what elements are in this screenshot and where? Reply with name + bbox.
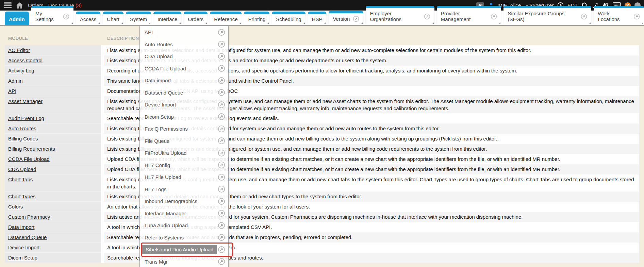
- menu-item-label: HL7 Logs: [145, 186, 218, 192]
- external-link-icon[interactable]: [218, 173, 225, 181]
- external-link-icon: [63, 13, 69, 20]
- menu-item-hl7-file-upload[interactable]: HL7 File Upload: [140, 171, 228, 183]
- table-row: Dicom Setup Searchable report (advanced)…: [5, 253, 639, 263]
- tab-interface[interactable]: Interface: [153, 12, 181, 25]
- module-link[interactable]: Dicom Setup: [8, 254, 37, 261]
- table-row: Billing Requirements Lists existing bill…: [5, 144, 639, 154]
- tab-label: Orders: [188, 16, 203, 22]
- external-link-icon[interactable]: [218, 113, 225, 120]
- tab-hsp[interactable]: HSP: [308, 12, 327, 25]
- module-link[interactable]: Admin: [8, 77, 23, 84]
- module-link[interactable]: Access Control: [8, 57, 43, 64]
- external-link-icon[interactable]: [218, 234, 225, 241]
- tab-label: Reference: [214, 16, 237, 22]
- menu-item-label: Trans Mgr: [145, 259, 218, 265]
- menu-item-api[interactable]: API: [140, 26, 228, 38]
- tab-orders[interactable]: Orders: [184, 12, 208, 25]
- module-link[interactable]: Audit Event Log: [8, 115, 44, 122]
- menu-item-fax-q-permissions[interactable]: Fax Q Permissions: [140, 123, 228, 135]
- menu-item-datasend-queue[interactable]: Datasend Queue: [140, 87, 228, 99]
- external-link-icon[interactable]: [218, 40, 225, 48]
- menu-item-luna-audio-upload[interactable]: Luna Audio Upload: [140, 219, 228, 232]
- external-link-icon[interactable]: [218, 246, 225, 253]
- menu-item-label: Device Import: [145, 102, 218, 107]
- tab-printing[interactable]: Printing: [244, 12, 269, 25]
- external-link-icon[interactable]: [218, 65, 225, 72]
- external-link-icon[interactable]: [218, 198, 225, 205]
- external-link-icon[interactable]: [218, 29, 225, 36]
- module-link[interactable]: Chart Tabs: [8, 176, 33, 183]
- menu-item-ccda-file-upload[interactable]: CCDA File Upload: [140, 63, 228, 75]
- tab-similar-exposure-groups-segs-[interactable]: Similar Exposure Groups (SEGs): [503, 6, 591, 25]
- admin-tab-bar: Admin My Settings Access Chart System In…: [0, 11, 644, 26]
- tab-label: Scheduling: [276, 16, 301, 22]
- menu-item-hl7-logs[interactable]: HL7 Logs: [140, 183, 228, 196]
- tab-my-settings[interactable]: My Settings: [31, 6, 73, 25]
- tab-provider-management[interactable]: Provider Management: [437, 6, 501, 25]
- tab-version[interactable]: Version: [329, 11, 363, 25]
- module-link[interactable]: CCDA File Upload: [8, 155, 50, 163]
- tab-work-locations[interactable]: Work Locations: [594, 6, 644, 25]
- menu-item-fitproultra-upload[interactable]: FitProUltra Upload: [140, 147, 228, 159]
- external-link-icon: [633, 13, 640, 20]
- menu-item-label: Datasend Queue: [145, 90, 218, 96]
- home-icon[interactable]: [16, 2, 23, 9]
- menu-item-data-import[interactable]: Data import: [140, 74, 228, 87]
- tab-admin[interactable]: Admin: [5, 12, 29, 25]
- column-header-module: MODULE: [5, 36, 101, 45]
- table-row: Asset Manager Lists existing Asset chart…: [5, 96, 639, 113]
- external-link-icon[interactable]: [218, 77, 225, 84]
- tab-access[interactable]: Access: [76, 12, 100, 25]
- menu-item-label: Fax Q Permissions: [145, 126, 218, 132]
- module-link[interactable]: Asset Manager: [8, 98, 43, 105]
- external-link-icon[interactable]: [218, 185, 225, 193]
- table-body: AC Editor Lists existing auto-complete s…: [5, 45, 639, 263]
- external-link-icon[interactable]: [218, 53, 225, 60]
- table-row: Custom Pharmacy Lists active and inactiv…: [5, 212, 639, 222]
- module-link[interactable]: Activity Log: [8, 67, 34, 74]
- module-link[interactable]: AC Editor: [8, 47, 30, 54]
- menu-item-auto-routes[interactable]: Auto Routes: [140, 38, 228, 51]
- module-link[interactable]: Colors: [8, 203, 23, 210]
- external-link-icon[interactable]: [218, 149, 225, 157]
- module-link[interactable]: Auto Routes: [8, 125, 36, 132]
- module-link[interactable]: API: [8, 87, 16, 95]
- menu-item-inbound-demographics[interactable]: Inbound Demographics: [140, 195, 228, 207]
- menu-item-device-import[interactable]: Device Import: [140, 99, 228, 111]
- module-link[interactable]: Data import: [8, 223, 35, 231]
- menu-item-dicom-setup[interactable]: Dicom Setup: [140, 111, 228, 123]
- menu-item-trans-mgr[interactable]: Trans Mgr: [140, 256, 228, 267]
- external-link-icon[interactable]: [218, 101, 225, 109]
- module-link[interactable]: Device Import: [8, 244, 40, 251]
- external-link-icon[interactable]: [218, 210, 225, 217]
- menu-item-refer-to-systems[interactable]: Refer to Systems: [140, 232, 228, 244]
- module-link[interactable]: Chart Types: [8, 193, 36, 200]
- module-link[interactable]: Datasend Queue: [8, 234, 47, 241]
- menu-item-file-queue[interactable]: File Queue: [140, 135, 228, 147]
- tab-label: Employer Organizations: [370, 11, 420, 22]
- external-link-icon[interactable]: [218, 222, 225, 229]
- hamburger-menu-icon[interactable]: [4, 2, 12, 8]
- tab-scheduling[interactable]: Scheduling: [272, 12, 305, 25]
- table-row: CCDA File Upload Upload CDA files here d…: [5, 154, 639, 164]
- external-link-icon[interactable]: [218, 137, 225, 145]
- module-link[interactable]: CDA Upload: [8, 166, 36, 173]
- external-link-icon[interactable]: [218, 125, 225, 133]
- menu-item-cda-upload[interactable]: CDA Upload: [140, 50, 228, 63]
- menu-item-sibelsound-duo-audio-upload[interactable]: Sibelsound Duo Audio Upload: [140, 244, 228, 256]
- external-link-icon[interactable]: [218, 89, 225, 96]
- external-link-icon[interactable]: [218, 161, 225, 169]
- menu-item-label: HL7 Config: [145, 162, 218, 168]
- tab-reference[interactable]: Reference: [210, 12, 242, 25]
- menu-item-hl7-config[interactable]: HL7 Config: [140, 159, 228, 171]
- module-link[interactable]: Custom Pharmacy: [8, 213, 50, 220]
- table-row: Colors An editor that allows system colo…: [5, 202, 639, 212]
- module-link[interactable]: Billing Codes: [8, 135, 38, 142]
- module-link[interactable]: Billing Requirements: [8, 145, 55, 152]
- tab-label: Similar Exposure Groups (SEGs): [508, 11, 578, 22]
- external-link-icon[interactable]: [218, 258, 225, 265]
- menu-item-interface-manager[interactable]: Interface Manager: [140, 207, 228, 220]
- tab-employer-organizations[interactable]: Employer Organizations: [366, 6, 434, 25]
- tab-system[interactable]: System: [126, 12, 151, 25]
- tab-chart[interactable]: Chart: [103, 12, 123, 25]
